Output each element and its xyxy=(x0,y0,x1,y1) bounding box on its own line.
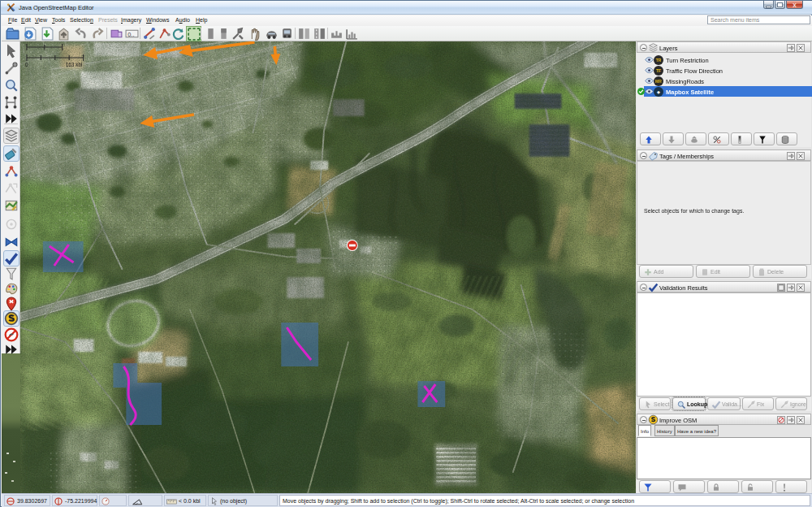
svg-text:163 kbl: 163 kbl xyxy=(66,62,83,67)
svg-text:0: 0 xyxy=(25,62,28,67)
svg-text:0..: 0.. xyxy=(127,31,134,38)
